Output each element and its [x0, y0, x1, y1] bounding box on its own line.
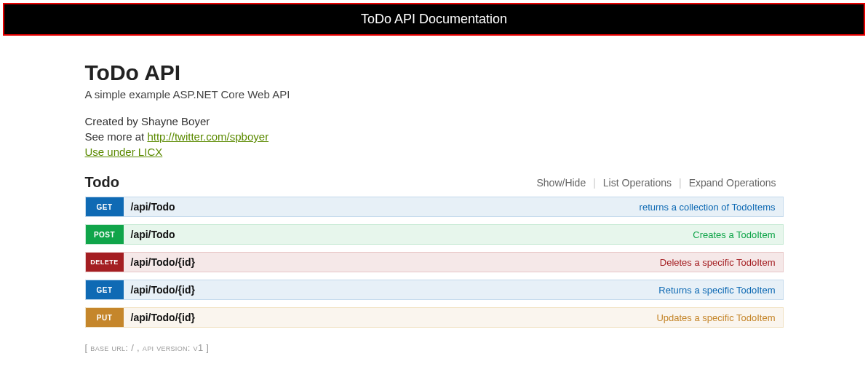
- method-badge: PUT: [86, 308, 124, 327]
- api-subtitle: A simple example ASP.NET Core Web API: [85, 88, 784, 100]
- api-title: ToDo API: [85, 60, 784, 85]
- endpoint-row[interactable]: DELETE/api/Todo/{id}Deletes a specific T…: [85, 252, 784, 272]
- endpoint-path[interactable]: /api/Todo/{id}: [124, 253, 202, 272]
- endpoint-path[interactable]: /api/Todo: [124, 197, 183, 216]
- see-more-link[interactable]: http://twitter.com/spboyer: [147, 130, 268, 143]
- endpoint-path[interactable]: /api/Todo: [124, 225, 183, 244]
- section-title[interactable]: Todo: [85, 174, 119, 191]
- list-operations-action[interactable]: List Operations: [596, 177, 679, 189]
- top-banner: ToDo API Documentation: [3, 3, 865, 36]
- see-more-line: See more at http://twitter.com/spboyer: [85, 129, 784, 144]
- created-by-name: Shayne Boyer: [141, 115, 210, 127]
- content-container: ToDo API A simple example ASP.NET Core W…: [85, 39, 784, 353]
- method-badge: GET: [86, 197, 124, 216]
- endpoint-description: Returns a specific TodoItem: [202, 280, 783, 299]
- created-by-line: Created by Shayne Boyer: [85, 114, 784, 129]
- endpoint-description: Updates a specific TodoItem: [202, 308, 783, 327]
- endpoint-description: returns a collection of TodoItems: [183, 197, 783, 216]
- section-actions: Show/Hide | List Operations | Expand Ope…: [529, 177, 783, 189]
- endpoint-path[interactable]: /api/Todo/{id}: [124, 308, 202, 327]
- api-meta: Created by Shayne Boyer See more at http…: [85, 114, 784, 159]
- license-link[interactable]: Use under LICX: [85, 146, 163, 158]
- endpoint-row[interactable]: POST/api/TodoCreates a TodoItem: [85, 224, 784, 245]
- endpoint-path[interactable]: /api/Todo/{id}: [124, 280, 202, 299]
- endpoint-row[interactable]: GET/api/Todoreturns a collection of Todo…: [85, 197, 784, 217]
- expand-operations-action[interactable]: Expand Operations: [682, 177, 784, 189]
- footer-info: [ base url: / , api version: v1 ]: [85, 342, 784, 353]
- banner-title: ToDo API Documentation: [361, 12, 507, 26]
- endpoint-description: Deletes a specific TodoItem: [202, 253, 783, 272]
- method-badge: POST: [86, 225, 124, 244]
- method-badge: DELETE: [86, 253, 124, 272]
- endpoint-list: GET/api/Todoreturns a collection of Todo…: [85, 197, 784, 328]
- endpoint-row[interactable]: PUT/api/Todo/{id}Updates a specific Todo…: [85, 307, 784, 328]
- section-header: Todo Show/Hide | List Operations | Expan…: [85, 174, 784, 191]
- show-hide-action[interactable]: Show/Hide: [529, 177, 593, 189]
- created-by-prefix: Created by: [85, 115, 142, 127]
- endpoint-description: Creates a TodoItem: [183, 225, 783, 244]
- method-badge: GET: [86, 280, 124, 299]
- endpoint-row[interactable]: GET/api/Todo/{id}Returns a specific Todo…: [85, 280, 784, 300]
- see-more-prefix: See more at: [85, 130, 148, 143]
- license-line: Use under LICX: [85, 144, 784, 159]
